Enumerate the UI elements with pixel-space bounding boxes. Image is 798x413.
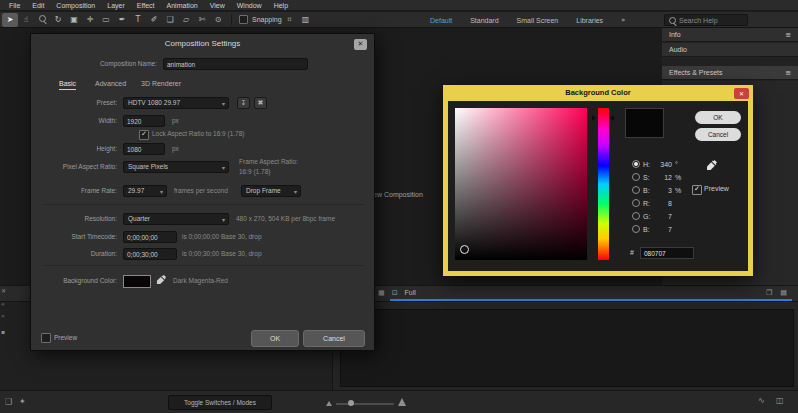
panel-audio[interactable]: Audio [662, 43, 798, 57]
panel-menu-icon[interactable]: ≡ [785, 66, 791, 79]
comp-bg-swatch[interactable] [123, 275, 151, 288]
zoom-tool[interactable] [34, 13, 50, 27]
selection-tool[interactable]: ➤ [2, 13, 18, 27]
camera-tool[interactable]: ▣ [66, 13, 82, 27]
workspace-tab-standard[interactable]: Standard [470, 17, 498, 24]
snap-grid-icon[interactable]: ⌗ [282, 13, 298, 27]
help-search-input[interactable]: Search Help [664, 14, 748, 26]
menu-file[interactable]: File [3, 2, 26, 9]
mini-graph-icon[interactable]: ▤ [780, 289, 787, 297]
green-field-row: G: 7 [632, 211, 702, 221]
timeline-zoom-slider[interactable] [336, 403, 394, 405]
preset-dropdown[interactable]: HDTV 1080 29.97 [123, 97, 229, 109]
preview-checkbox[interactable] [692, 185, 702, 195]
roto-brush-tool[interactable]: ✄ [194, 13, 210, 27]
horizontal-scrollbar[interactable] [390, 299, 792, 301]
radio-blue[interactable] [632, 225, 640, 233]
brush-tool[interactable]: ✐ [146, 13, 162, 27]
hex-input[interactable] [640, 247, 694, 259]
radio-brightness[interactable] [632, 186, 640, 194]
menu-edit[interactable]: Edit [26, 2, 50, 9]
toggle-switches-modes-button[interactable]: Toggle Switches / Modes [168, 395, 272, 410]
lock-aspect-checkbox[interactable] [139, 130, 149, 140]
duration-input[interactable] [123, 248, 177, 260]
resolution-dropdown[interactable]: Full [405, 289, 416, 297]
field-unit: ° [675, 161, 678, 168]
cancel-button[interactable]: Cancel [695, 128, 741, 141]
hue-marker-left-icon[interactable] [592, 115, 596, 121]
audio-panel-icon[interactable]: ◫ [776, 396, 784, 405]
clone-stamp-tool[interactable]: ❏ [162, 13, 178, 27]
ok-button[interactable]: OK [695, 111, 741, 124]
radio-red[interactable] [632, 199, 640, 207]
menu-help[interactable]: Help [268, 2, 294, 9]
snap-guides-icon[interactable]: ▥ [298, 13, 314, 27]
zoom-slider-thumb[interactable] [348, 400, 354, 406]
zoom-in-icon[interactable] [398, 398, 406, 406]
workspace-overflow-icon[interactable]: » [621, 16, 625, 24]
preview-checkbox[interactable] [41, 333, 51, 343]
snapping-checkbox[interactable] [239, 15, 248, 24]
menu-layer[interactable]: Layer [101, 2, 131, 9]
type-tool[interactable]: T [130, 13, 146, 27]
menu-window[interactable]: Window [231, 2, 268, 9]
start-timecode-input[interactable] [123, 231, 177, 243]
menu-animation[interactable]: Animation [161, 2, 204, 9]
panel-collapse-icon[interactable]: « [1, 312, 5, 319]
hue-marker-right-icon[interactable] [610, 115, 614, 121]
transparency-grid-icon[interactable]: ▦ [378, 289, 385, 297]
width-input[interactable] [123, 115, 165, 127]
resolution-dropdown[interactable]: Quarter [123, 213, 229, 225]
pen-tool[interactable]: ✒ [114, 13, 130, 27]
dialog-close-button[interactable]: ✕ [734, 88, 749, 99]
pan-behind-tool[interactable]: ✛ [82, 13, 98, 27]
panel-menu-icon[interactable]: ≡ [785, 28, 791, 41]
menu-composition[interactable]: Composition [50, 2, 101, 9]
frame-rate-dropdown[interactable]: 29.97 [123, 185, 167, 197]
save-preset-icon[interactable]: ↧ [237, 97, 250, 109]
hand-tool[interactable]: ☝ [18, 13, 34, 27]
puppet-pin-tool[interactable]: ⊙ [210, 13, 226, 27]
eraser-tool[interactable]: ▱ [178, 13, 194, 27]
workspace-tab-libraries[interactable]: Libraries [576, 17, 603, 24]
panel-info[interactable]: Info ≡ [662, 28, 798, 42]
menu-view[interactable]: View [204, 2, 231, 9]
saturation-brightness-field[interactable] [455, 108, 587, 260]
workspace-tab-small-screen[interactable]: Small Screen [517, 17, 559, 24]
mini-flowchart-icon[interactable]: ❐ [766, 289, 772, 297]
drop-frame-dropdown[interactable]: Drop Frame [241, 185, 301, 197]
panel-close-icon[interactable]: ✕ [1, 287, 6, 294]
radio-saturation[interactable] [632, 173, 640, 181]
eyedropper-icon[interactable] [156, 274, 167, 285]
radio-hue[interactable] [632, 160, 640, 168]
shape-tool[interactable]: ▭ [98, 13, 114, 27]
composition-name-input[interactable] [163, 58, 308, 70]
cancel-button[interactable]: Cancel [303, 330, 365, 347]
mini-comp-icon[interactable]: ❑ [5, 397, 12, 406]
height-input[interactable] [123, 143, 165, 155]
pixel-aspect-dropdown[interactable]: Square Pixels [123, 161, 229, 173]
tab-basic[interactable]: Basic [59, 80, 76, 90]
dialog-close-button[interactable]: ✕ [354, 39, 367, 50]
radio-green[interactable] [632, 212, 640, 220]
delete-preset-icon[interactable]: ✖ [254, 97, 267, 109]
ok-button[interactable]: OK [251, 330, 299, 347]
region-of-interest-icon[interactable]: ⊡ [392, 289, 398, 297]
panel-effects-presets[interactable]: Effects & Presets ≡ [662, 66, 798, 80]
hue-slider[interactable] [598, 108, 609, 260]
mini-effects-icon[interactable]: ✦ [19, 397, 26, 406]
tab-3d-renderer[interactable]: 3D Renderer [141, 80, 181, 89]
eyedropper-icon[interactable] [706, 159, 718, 171]
tab-advanced[interactable]: Advanced [95, 80, 126, 89]
color-field-cursor[interactable] [460, 245, 469, 254]
panel-collapse-icon[interactable]: « [1, 300, 5, 307]
field-value: 7 [655, 226, 672, 233]
graph-editor-icon[interactable]: ∿ [758, 396, 765, 405]
menu-effect[interactable]: Effect [131, 2, 161, 9]
workspace-tab-default[interactable]: Default [430, 17, 452, 24]
new-composition-button[interactable]: New Composition [368, 191, 423, 198]
hex-prefix: # [630, 249, 634, 256]
frame-rate-value: 29.97 [128, 187, 144, 194]
zoom-out-icon[interactable] [326, 401, 332, 406]
orbit-camera-tool[interactable]: ↻ [50, 13, 66, 27]
